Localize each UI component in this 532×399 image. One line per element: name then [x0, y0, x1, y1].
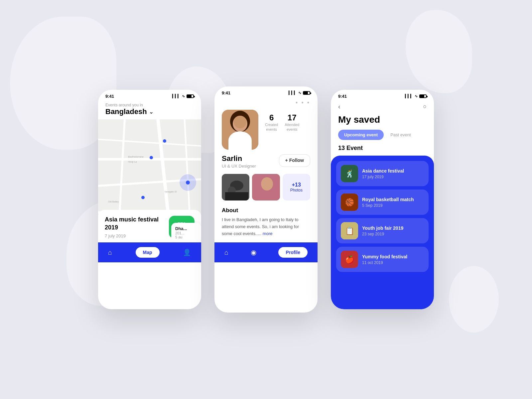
bottom-nav-2: ⌂ ◉ Profile: [214, 242, 318, 262]
three-dots-menu[interactable]: • • •: [296, 99, 310, 106]
phones-container: 9:41 ▎▎▎ ∿ Events around you in Banglade…: [98, 86, 434, 313]
bg-blob-4: [406, 10, 472, 93]
home-icon-2[interactable]: ⌂: [224, 249, 228, 256]
status-time-3: 9:41: [338, 94, 347, 99]
location-icon-2[interactable]: ◉: [251, 248, 256, 256]
stat-num-created: 6: [265, 113, 278, 122]
follow-button[interactable]: + Follow: [279, 154, 310, 167]
profile-nav-pill[interactable]: Profile: [278, 247, 308, 258]
about-text: I live in Bangladeh, I am going to Italy…: [222, 216, 310, 237]
saved-event-date-1: 17 july 2019: [362, 175, 424, 179]
saved-item-2[interactable]: 🏀 Royal basketball match 5 Sep 2019: [336, 190, 429, 215]
map-header-label: Events around you in: [105, 103, 194, 107]
svg-text:Old Bailey: Old Bailey: [108, 200, 119, 203]
photo-thumb-2[interactable]: [252, 174, 280, 200]
map-nav-pill[interactable]: Map: [136, 247, 160, 258]
profile-role: UI & UX Designer: [222, 164, 256, 169]
status-time-1: 9:41: [105, 94, 114, 99]
status-bar-3: 9:41 ▎▎▎ ∿: [331, 90, 434, 101]
phone-profile: 9:41 ▎▎▎ ∿ • • •: [214, 86, 318, 313]
saved-info-1: Asia dance festival 17 july 2019: [362, 168, 424, 179]
saved-info-2: Royal basketball match 5 Sep 2019: [362, 197, 424, 208]
stat-num-attended: 17: [285, 113, 299, 122]
status-icons-3: ▎▎▎ ∿: [405, 94, 427, 98]
person-icon-1[interactable]: 👤: [183, 248, 191, 256]
tab-upcoming-event[interactable]: Upcoming event: [338, 130, 384, 140]
photo-svg-1: [222, 174, 249, 200]
svg-text:📋: 📋: [345, 226, 354, 235]
thumb-svg-4: 🍎: [341, 251, 358, 268]
home-icon-1[interactable]: ⌂: [108, 249, 112, 256]
map-location[interactable]: Bangladesh ⌄: [105, 107, 194, 116]
svg-rect-25: [257, 192, 277, 200]
profile-top: 6 Createdevents 17 Attendedevents: [214, 110, 318, 150]
event-thumb-4: 🍎: [341, 251, 358, 268]
svg-text:🕺: 🕺: [345, 169, 354, 178]
event-title: Asia music festival 2019: [105, 216, 165, 231]
saved-event-title-4: Yummy food festival: [362, 254, 424, 259]
profile-stats: 6 Createdevents 17 Attendedevents: [265, 110, 299, 132]
svg-text:🍎: 🍎: [345, 255, 354, 264]
saved-event-date-3: 23 sep 2019: [362, 232, 424, 236]
signal-icon-2: ▎▎▎: [289, 91, 297, 95]
profile-name-section: Sarlin UI & UX Designer: [222, 154, 256, 169]
avatar-image: [222, 110, 258, 150]
event-thumb-2: 🏀: [341, 194, 358, 211]
svg-text:Newgate St: Newgate St: [165, 191, 177, 193]
svg-rect-18: [228, 141, 252, 150]
status-time-2: 9:41: [222, 90, 230, 95]
status-bar-2: 9:41 ▎▎▎ ∿: [214, 86, 318, 97]
map-area[interactable]: Bartholomew Hoop La Newgate St Ludgate H…: [98, 119, 201, 242]
status-icons-1: ▎▎▎ ∿: [172, 94, 194, 98]
avatar-svg: [222, 110, 258, 150]
saved-header: ‹ ○: [331, 101, 434, 113]
svg-point-16: [233, 116, 247, 132]
search-icon[interactable]: ○: [423, 103, 427, 110]
event-card[interactable]: Asia music festival 2019 7 july 2019 570…: [98, 210, 201, 242]
saved-event-date-2: 5 Sep 2019: [362, 203, 424, 208]
bg-blob-5: [449, 266, 499, 332]
secondary-event-date: 201...: [175, 231, 197, 235]
more-link[interactable]: more: [263, 231, 273, 236]
svg-point-17: [228, 135, 252, 150]
battery-icon-2: [303, 91, 310, 95]
stat-label-attended: Attendedevents: [285, 122, 299, 132]
event-thumb-3: 📋: [341, 222, 358, 239]
saved-list: 🕺 Asia dance festival 17 july 2019 🏀: [331, 156, 434, 309]
status-icons-2: ▎▎▎ ∿: [289, 91, 310, 95]
thumb-svg-1: 🕺: [341, 165, 358, 182]
saved-info-4: Yummy food festival 11 oct 2019: [362, 254, 424, 265]
chevron-down-icon: ⌄: [149, 109, 153, 115]
event-card-secondary[interactable]: Dha... 201... 5 au: [171, 223, 201, 242]
photo-thumb-1[interactable]: [222, 174, 249, 200]
secondary-event-date2: 5 au: [175, 235, 197, 239]
about-title: About: [222, 207, 310, 214]
event-count: 13 Event: [331, 145, 434, 156]
phone-saved: 9:41 ▎▎▎ ∿ ‹ ○ My saved Upcoming event P…: [331, 90, 434, 309]
svg-text:Bartholomew: Bartholomew: [128, 155, 144, 158]
saved-item-3[interactable]: 📋 Youth job fair 2019 23 sep 2019: [336, 218, 429, 243]
tab-past-event[interactable]: Past event: [389, 130, 412, 140]
svg-text:Hoop La: Hoop La: [128, 161, 137, 163]
saved-item-4[interactable]: 🍎 Yummy food festival 11 oct 2019: [336, 247, 429, 272]
wifi-icon-3: ∿: [415, 94, 418, 98]
photo-more[interactable]: +13 Photos: [283, 174, 310, 200]
profile-three-dots-area: • • •: [214, 97, 318, 110]
stat-label-created: Createdevents: [265, 122, 278, 132]
back-button[interactable]: ‹: [338, 103, 340, 110]
thumb-svg-2: 🏀: [341, 194, 358, 211]
saved-event-date-4: 11 oct 2019: [362, 260, 424, 265]
photos-row: +13 Photos: [214, 169, 318, 206]
saved-title: My saved: [331, 113, 434, 130]
phone-map: 9:41 ▎▎▎ ∿ Events around you in Banglade…: [98, 90, 201, 309]
event-thumb-1: 🕺: [341, 165, 358, 182]
saved-item-1[interactable]: 🕺 Asia dance festival 17 july 2019: [336, 161, 429, 186]
profile-name: Sarlin: [222, 154, 256, 163]
stat-created-events: 6 Createdevents: [265, 113, 278, 132]
bottom-nav-1: ⌂ Map 👤: [98, 242, 201, 262]
signal-icon-3: ▎▎▎: [405, 94, 413, 98]
profile-info: Sarlin UI & UX Designer + Follow: [214, 150, 318, 169]
saved-info-3: Youth job fair 2019 23 sep 2019: [362, 225, 424, 236]
saved-event-title-3: Youth job fair 2019: [362, 225, 424, 231]
thumb-svg-3: 📋: [341, 222, 358, 239]
